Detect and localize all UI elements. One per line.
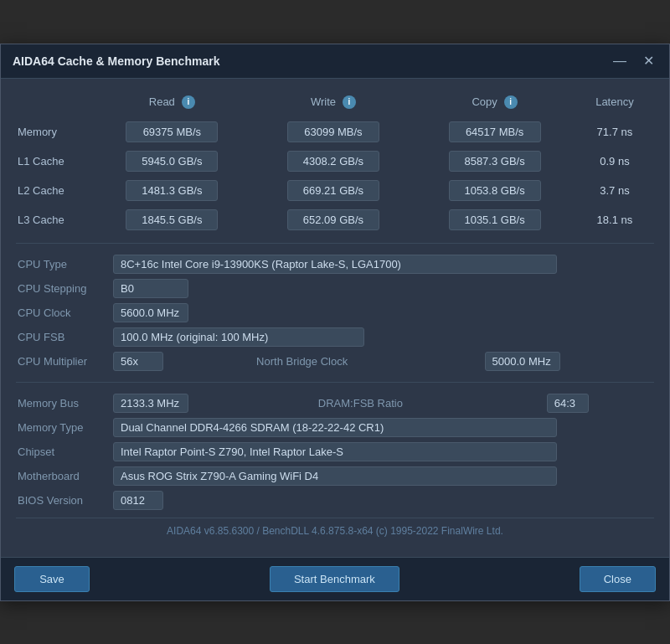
cpu-stepping-label: CPU Stepping: [16, 276, 108, 301]
table-row: CPU FSB 100.0 MHz (original: 100 MHz): [16, 325, 654, 349]
start-benchmark-button[interactable]: Start Benchmark: [270, 566, 399, 592]
table-row: CPU Stepping B0: [16, 276, 654, 301]
minimize-button[interactable]: —: [610, 53, 630, 70]
close-button[interactable]: Close: [580, 566, 656, 592]
save-button[interactable]: Save: [14, 566, 90, 592]
write-cell: 63099 MB/s: [253, 117, 415, 147]
row-label: L1 Cache: [16, 147, 91, 176]
footer-text: AIDA64 v6.85.6300 / BenchDLL 4.6.875.8-x…: [16, 518, 654, 545]
table-row: Memory 69375 MB/s 63099 MB/s 64517 MB/s …: [16, 117, 654, 147]
cpu-fsb-value: 100.0 MHz (original: 100 MHz): [113, 327, 364, 347]
table-row: CPU Type 8C+16c Intel Core i9-13900KS (R…: [16, 252, 654, 276]
bios-value: 0812: [113, 491, 163, 510]
read-cell: 69375 MB/s: [91, 117, 253, 147]
benchmark-table: Read i Write i Copy i: [16, 90, 654, 234]
write-info-icon[interactable]: i: [343, 95, 356, 109]
write-cell: 4308.2 GB/s: [253, 147, 415, 176]
copy-info-icon[interactable]: i: [504, 95, 518, 109]
copy-cell: 1035.1 GB/s: [414, 205, 575, 234]
latency-header: Latency: [595, 95, 634, 108]
row-label: Memory: [16, 117, 91, 147]
chipset-value: Intel Raptor Point-S Z790, Intel Raptor …: [113, 442, 557, 461]
write-cell: 652.09 GB/s: [253, 205, 415, 234]
table-row: Chipset Intel Raptor Point-S Z790, Intel…: [16, 440, 654, 464]
memory-info-table: Memory Bus 2133.3 MHz DRAM:FSB Ratio 64:…: [16, 391, 654, 513]
north-bridge-value: 5000.0 MHz: [485, 352, 560, 371]
copy-cell: 64517 MB/s: [414, 117, 575, 147]
row-label: L2 Cache: [16, 176, 91, 205]
memory-bus-label: Memory Bus: [16, 391, 108, 415]
read-cell: 1481.3 GB/s: [91, 176, 253, 205]
title-bar: AIDA64 Cache & Memory Benchmark — ✕: [1, 44, 669, 79]
cpu-clock-label: CPU Clock: [16, 301, 108, 325]
table-row: Motherboard Asus ROG Strix Z790-A Gaming…: [16, 464, 654, 488]
cpu-stepping-value: B0: [113, 279, 188, 298]
content-area: Read i Write i Copy i: [1, 79, 669, 557]
latency-cell: 0.9 ns: [575, 147, 654, 176]
table-row: CPU Clock 5600.0 MHz: [16, 301, 654, 325]
row-label: L3 Cache: [16, 205, 91, 234]
write-cell: 669.21 GB/s: [253, 176, 415, 205]
memory-bus-value: 2133.3 MHz: [113, 394, 188, 413]
cpu-fsb-label: CPU FSB: [16, 325, 108, 349]
table-row: L3 Cache 1845.5 GB/s 652.09 GB/s 1035.1 …: [16, 205, 654, 234]
read-header: Read: [149, 95, 175, 108]
cpu-type-label: CPU Type: [16, 252, 108, 276]
chipset-label: Chipset: [16, 440, 108, 464]
table-row: Memory Bus 2133.3 MHz DRAM:FSB Ratio 64:…: [16, 391, 654, 415]
north-bridge-label: North Bridge Clock: [231, 349, 479, 374]
read-info-icon[interactable]: i: [182, 95, 195, 109]
dram-fsb-value: 64:3: [547, 394, 589, 413]
system-info-table: CPU Type 8C+16c Intel Core i9-13900KS (R…: [16, 252, 654, 374]
window-controls: — ✕: [610, 53, 657, 70]
latency-cell: 71.7 ns: [575, 117, 654, 147]
write-header: Write: [311, 95, 336, 108]
memory-type-label: Memory Type: [16, 415, 108, 440]
button-bar: Save Start Benchmark Close: [1, 557, 669, 600]
bios-label: BIOS Version: [16, 488, 108, 513]
table-row: CPU Multiplier 56x North Bridge Clock 50…: [16, 349, 654, 374]
read-cell: 5945.0 GB/s: [91, 147, 253, 176]
memory-type-value: Dual Channel DDR4-4266 SDRAM (18-22-22-4…: [113, 418, 557, 437]
close-window-button[interactable]: ✕: [640, 53, 657, 70]
copy-cell: 8587.3 GB/s: [414, 147, 575, 176]
copy-header: Copy: [472, 95, 497, 108]
cpu-multiplier-value: 56x: [113, 352, 163, 371]
dram-fsb-label: DRAM:FSB Ratio: [293, 391, 542, 415]
table-row: BIOS Version 0812: [16, 488, 654, 513]
latency-cell: 18.1 ns: [575, 205, 654, 234]
cpu-clock-value: 5600.0 MHz: [113, 303, 188, 322]
table-row: L2 Cache 1481.3 GB/s 669.21 GB/s 1053.8 …: [16, 176, 654, 205]
cpu-multiplier-label: CPU Multiplier: [16, 349, 108, 374]
window-title: AIDA64 Cache & Memory Benchmark: [13, 54, 219, 68]
table-row: L1 Cache 5945.0 GB/s 4308.2 GB/s 8587.3 …: [16, 147, 654, 176]
table-row: Memory Type Dual Channel DDR4-4266 SDRAM…: [16, 415, 654, 440]
cpu-type-value: 8C+16c Intel Core i9-13900KS (Raptor Lak…: [113, 255, 557, 274]
motherboard-label: Motherboard: [16, 464, 108, 488]
read-cell: 1845.5 GB/s: [91, 205, 253, 234]
copy-cell: 1053.8 GB/s: [414, 176, 575, 205]
motherboard-value: Asus ROG Strix Z790-A Gaming WiFi D4: [113, 466, 557, 486]
main-window: AIDA64 Cache & Memory Benchmark — ✕ Read…: [0, 44, 670, 601]
latency-cell: 3.7 ns: [575, 176, 654, 205]
